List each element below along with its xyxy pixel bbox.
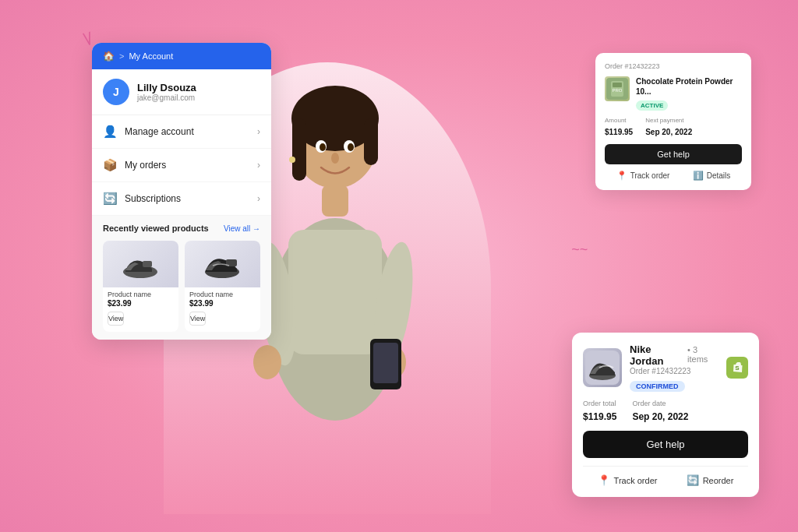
view-button-1[interactable]: View [108, 312, 124, 326]
bottom-actions: 📍 Track order 🔄 Reorder [583, 466, 748, 486]
order-product-info-bottom: Nike Jordan • 3 items Order #12432223 CO… [630, 344, 719, 392]
order-items-count: • 3 items [687, 345, 719, 364]
amount-value: $119.95 [605, 128, 633, 136]
details-label: Details [707, 171, 731, 180]
svg-point-16 [348, 143, 354, 151]
manage-account-icon: 👤 [103, 125, 117, 139]
order-date-label: Order date [632, 400, 688, 407]
user-avatar: J [103, 79, 129, 105]
view-all-link[interactable]: View all → [224, 224, 260, 233]
info-icon: ℹ️ [693, 171, 704, 181]
order-card-bottom: Nike Jordan • 3 items Order #12432223 CO… [572, 333, 759, 497]
order-product-info-top: Chocolate Protein Powder 10... ACTIVE [636, 76, 742, 111]
subscriptions-label: Subscriptions [125, 193, 181, 204]
order-product-row-top: PRO Chocolate Protein Powder 10... ACTIV… [605, 76, 742, 111]
svg-point-17 [289, 157, 295, 163]
account-panel-header: 🏠 > My Account [92, 43, 271, 69]
reorder-icon: 🔄 [687, 474, 699, 486]
get-help-button-top[interactable]: Get help [605, 144, 742, 164]
product-info-2: Product name $23.99 [185, 287, 260, 308]
svg-rect-6 [322, 185, 348, 217]
next-payment-label: Next payment [645, 117, 692, 124]
product-card-2: Product name $23.99 View [185, 241, 260, 332]
orders-icon: 📦 [103, 158, 117, 172]
menu-item-manage-account-left: 👤 Manage account [103, 125, 194, 139]
svg-point-9 [253, 345, 281, 379]
chevron-right-icon-2: › [257, 160, 260, 171]
recently-viewed-title: Recently viewed products [103, 224, 209, 233]
recently-viewed-header: Recently viewed products View all → [103, 224, 260, 233]
track-order-button-top[interactable]: 📍 Track order [616, 171, 670, 181]
menu-item-my-orders-left: 📦 My orders [103, 158, 166, 172]
location-icon: 📍 [616, 171, 627, 181]
order-product-name-bottom: Nike Jordan [630, 344, 684, 367]
user-email: jake@gmail.com [137, 93, 196, 102]
product-thumb-top: PRO [605, 76, 630, 101]
user-name: Lilly Dsouza [137, 82, 196, 93]
breadcrumb-separator: > [119, 51, 124, 61]
track-order-button-bottom[interactable]: 📍 Track order [598, 474, 658, 486]
svg-rect-5 [288, 230, 382, 354]
chevron-right-icon-3: › [257, 193, 260, 204]
recently-viewed-section: Recently viewed products View all → Prod… [92, 216, 271, 340]
order-actions-top: 📍 Track order ℹ️ Details [605, 171, 742, 181]
order-total-label: Order total [583, 400, 616, 407]
menu-item-subscriptions[interactable]: 🔄 Subscriptions › [92, 182, 271, 216]
product-title-top: Chocolate Protein Powder 10... [636, 76, 742, 97]
products-grid: Product name $23.99 View Pro [103, 241, 260, 332]
product-info-1: Product name $23.99 [103, 287, 178, 308]
product-image-2 [185, 241, 260, 287]
order-total-col: Order total $119.95 [583, 400, 616, 423]
svg-rect-3 [364, 118, 378, 165]
manage-account-label: Manage account [125, 126, 194, 137]
shoe-svg-1 [119, 247, 162, 282]
svg-rect-2 [292, 118, 306, 181]
chevron-right-icon: › [257, 126, 260, 137]
order-date-col: Order date Sep 20, 2022 [632, 400, 688, 423]
next-payment-value: Sep 20, 2022 [645, 128, 692, 136]
subscriptions-icon: 🔄 [103, 192, 117, 206]
active-status-badge: ACTIVE [636, 100, 668, 111]
home-icon: 🏠 [103, 51, 115, 62]
product-price-1: $23.99 [108, 299, 174, 308]
account-panel: 🏠 > My Account J Lilly Dsouza jake@gmail… [92, 43, 271, 340]
product-card-1: Product name $23.99 View [103, 241, 178, 332]
product-name-1: Product name [108, 291, 174, 298]
menu-item-manage-account[interactable]: 👤 Manage account › [92, 115, 271, 149]
reorder-button[interactable]: 🔄 Reorder [687, 474, 734, 486]
product-thumb-bottom [583, 348, 622, 387]
user-info: J Lilly Dsouza jake@gmail.com [92, 69, 271, 115]
order-product-header-bottom: Nike Jordan • 3 items Order #12432223 CO… [583, 344, 748, 392]
product-image-1 [103, 241, 178, 287]
next-payment-col: Next payment Sep 20, 2022 [645, 117, 692, 138]
track-order-label-bottom: Track order [614, 476, 658, 485]
get-help-button-bottom[interactable]: Get help [583, 431, 748, 458]
svg-rect-25 [613, 83, 622, 87]
reorder-label: Reorder [703, 476, 734, 485]
view-button-2[interactable]: View [189, 312, 206, 326]
menu-item-my-orders[interactable]: 📦 My orders › [92, 149, 271, 182]
order-totals-bottom: Order total $119.95 Order date Sep 20, 2… [583, 400, 748, 423]
svg-rect-20 [143, 261, 152, 267]
product-price-2: $23.99 [189, 299, 256, 308]
details-button-top[interactable]: ℹ️ Details [693, 171, 731, 181]
amount-col: Amount $119.95 [605, 117, 633, 138]
order-total-value: $119.95 [583, 411, 616, 422]
my-orders-label: My orders [125, 160, 166, 171]
product-name-2: Product name [189, 291, 256, 298]
svg-text:PRO: PRO [612, 88, 622, 93]
location-icon-bottom: 📍 [598, 474, 610, 486]
svg-point-18 [331, 153, 339, 164]
amount-label: Amount [605, 117, 633, 124]
order-card-top: Order #12432223 PRO Chocolate Protein Po… [595, 53, 751, 190]
track-order-label-top: Track order [630, 171, 670, 180]
shopify-logo: S [730, 361, 744, 375]
protein-icon: PRO [606, 78, 628, 100]
svg-point-15 [320, 143, 326, 151]
order-num-bottom: Order #12432223 [630, 367, 719, 375]
svg-rect-12 [373, 343, 398, 383]
nike-shoe-svg [585, 351, 620, 385]
deco-middle: ~~ [571, 241, 588, 258]
order-number-top: Order #12432223 [605, 62, 742, 70]
order-amounts-top: Amount $119.95 Next payment Sep 20, 2022 [605, 117, 742, 138]
